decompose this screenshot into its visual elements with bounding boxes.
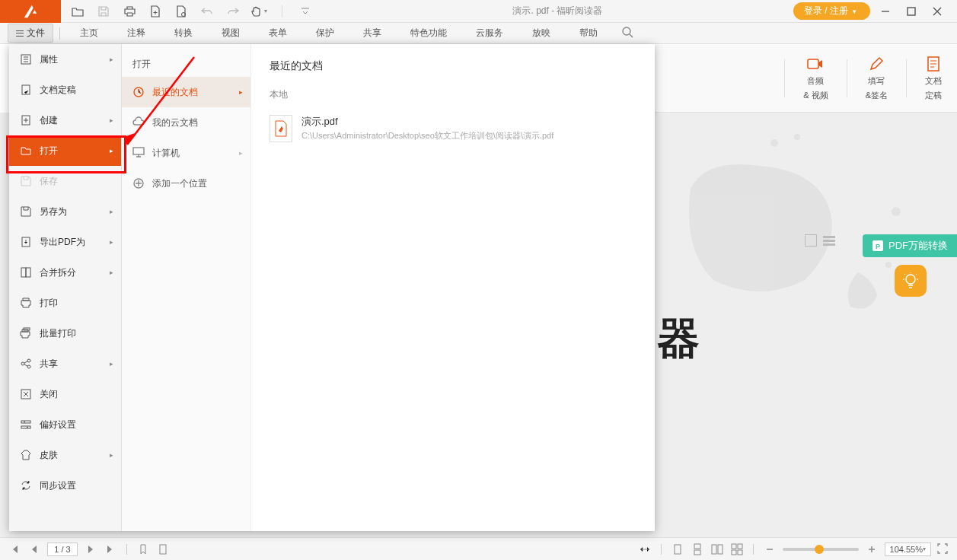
single-page-icon[interactable] [671, 542, 684, 556]
fm-batch-print[interactable]: 批量打印 [9, 318, 121, 348]
svg-point-7 [885, 262, 892, 268]
fm-sync[interactable]: 同步设置 [9, 470, 121, 501]
continuous-facing-icon[interactable] [730, 542, 744, 556]
svg-rect-27 [21, 421, 30, 423]
fm-save: 保存 [9, 166, 121, 196]
page-indicator[interactable]: 1 / 3 [47, 542, 78, 556]
fm-preferences[interactable]: 偏好设置 [9, 409, 121, 440]
doc-finalize-button[interactable]: 文档定稿 [925, 56, 942, 101]
open-icon[interactable] [72, 5, 84, 18]
list-view-icon[interactable] [823, 234, 835, 247]
svg-point-24 [27, 359, 30, 362]
fm-print[interactable]: 打印 [9, 288, 121, 318]
tab-annotate[interactable]: 注释 [113, 22, 159, 44]
tab-cloud[interactable]: 云服务 [462, 22, 517, 44]
window-controls [879, 5, 957, 18]
fm-close[interactable]: 关闭 [9, 379, 121, 409]
fm-finalize[interactable]: 文档定稿 [9, 75, 121, 105]
fm2-recent[interactable]: 最近的文档▸ [122, 77, 250, 107]
login-button[interactable]: 登录 / 注册▾ [793, 2, 870, 20]
svg-rect-39 [694, 550, 700, 555]
continuous-icon[interactable] [691, 542, 704, 556]
prev-page-icon[interactable] [27, 542, 41, 556]
fm-properties[interactable]: 属性▸ [9, 44, 121, 75]
maximize-icon[interactable] [905, 5, 917, 18]
thumbnail-view-icon[interactable] [805, 234, 817, 247]
fullscreen-icon[interactable] [937, 543, 949, 555]
next-page-icon[interactable] [84, 542, 97, 556]
dropdown-icon[interactable] [299, 5, 311, 18]
close-icon[interactable] [931, 5, 943, 18]
fm-skin[interactable]: 皮肤▸ [9, 440, 121, 470]
pdf-convert-banner[interactable]: P PDF万能转换 [863, 234, 957, 257]
file-menu-column2: 打开 最近的文档▸ 我的云文档 计算机▸ 添加一个位置 [122, 44, 251, 531]
tab-slideshow[interactable]: 放映 [518, 22, 564, 44]
svg-rect-21 [26, 268, 30, 277]
file-menu-column3: 最近的文档 本地 演示.pdf C:\Users\Administrator\D… [251, 44, 655, 531]
fm-saveas[interactable]: 另存为▸ [9, 196, 121, 227]
tab-form[interactable]: 表单 [255, 22, 301, 44]
tab-view[interactable]: 视图 [208, 22, 254, 44]
svg-point-29 [24, 422, 25, 423]
svg-rect-40 [712, 545, 716, 554]
window-title: 演示. pdf - 福昕阅读器 [322, 5, 793, 18]
svg-text:P: P [876, 243, 880, 250]
size-icon[interactable] [638, 542, 652, 556]
minimize-icon[interactable] [879, 5, 892, 18]
zoom-out-icon[interactable] [763, 542, 777, 556]
fm2-cloud[interactable]: 我的云文档 [122, 107, 250, 138]
fm-export[interactable]: 导出PDF为▸ [9, 227, 121, 257]
svg-rect-10 [823, 236, 835, 238]
file-menu-button[interactable]: 文件 [8, 24, 53, 43]
bookmark-icon[interactable] [136, 542, 150, 556]
app-logo [0, 0, 61, 23]
print-icon[interactable] [123, 5, 136, 18]
fm-create[interactable]: 创建▸ [9, 105, 121, 135]
undo-icon[interactable] [201, 5, 213, 18]
svg-rect-45 [738, 550, 742, 555]
fm2-add-location[interactable]: 添加一个位置 [122, 168, 250, 199]
tab-home[interactable]: 主页 [66, 22, 112, 44]
zoom-slider[interactable] [783, 548, 859, 551]
last-page-icon[interactable] [104, 542, 117, 556]
attachment-icon[interactable] [156, 542, 170, 556]
search-icon[interactable] [613, 24, 643, 43]
tab-feature[interactable]: 特色功能 [397, 22, 461, 44]
save-icon[interactable] [97, 5, 110, 18]
tab-help[interactable]: 帮助 [566, 22, 611, 44]
svg-rect-11 [823, 240, 835, 242]
fm-share[interactable]: 共享▸ [9, 348, 121, 379]
zoom-value[interactable]: 104.55%▾ [885, 542, 931, 556]
facing-icon[interactable] [710, 542, 724, 556]
file-menu-column1: 属性▸ 文档定稿 创建▸ 打开▸ 保存 另存为▸ 导出PDF为▸ 合并拆分▸ 打… [9, 44, 122, 531]
tab-share[interactable]: 共享 [349, 22, 395, 44]
statusbar: 1 / 3 104.55%▾ [0, 537, 957, 560]
recent-file-name: 演示.pdf [301, 115, 553, 129]
svg-rect-3 [808, 59, 818, 68]
tab-convert[interactable]: 转换 [161, 22, 206, 44]
view-toggle-icons [805, 234, 835, 247]
zoom-in-icon[interactable] [865, 542, 879, 556]
redo-icon[interactable] [227, 5, 239, 18]
svg-rect-44 [732, 550, 736, 555]
fm-merge[interactable]: 合并拆分▸ [9, 257, 121, 288]
svg-rect-28 [21, 426, 30, 428]
ribbon-tabs: 文件 主页 注释 转换 视图 表单 保护 共享 特色功能 云服务 放映 帮助 [0, 23, 957, 44]
recent-file-path: C:\Users\Administrator\Desktop\seo软文工作培训… [301, 130, 553, 142]
tab-protect[interactable]: 保护 [302, 22, 348, 44]
svg-rect-1 [908, 8, 915, 15]
hand-icon[interactable]: ▾ [253, 5, 265, 18]
svg-rect-43 [738, 544, 742, 549]
new-doc-icon[interactable] [149, 5, 161, 18]
new-doc2-icon[interactable] [175, 5, 187, 18]
fill-sign-button[interactable]: 填写&签名 [866, 56, 888, 101]
svg-rect-32 [133, 148, 144, 154]
tips-button[interactable] [895, 265, 927, 297]
quick-access-toolbar: ▾ [61, 5, 322, 18]
audio-video-button[interactable]: 音频& 视频 [803, 56, 828, 101]
fm-open[interactable]: 打开▸ [9, 135, 121, 166]
ribbon-groups-right: 音频& 视频 填写&签名 文档定稿 [655, 44, 957, 113]
first-page-icon[interactable] [8, 542, 21, 556]
recent-file-item[interactable]: 演示.pdf C:\Users\Administrator\Desktop\se… [270, 110, 636, 147]
fm2-computer[interactable]: 计算机▸ [122, 138, 250, 168]
